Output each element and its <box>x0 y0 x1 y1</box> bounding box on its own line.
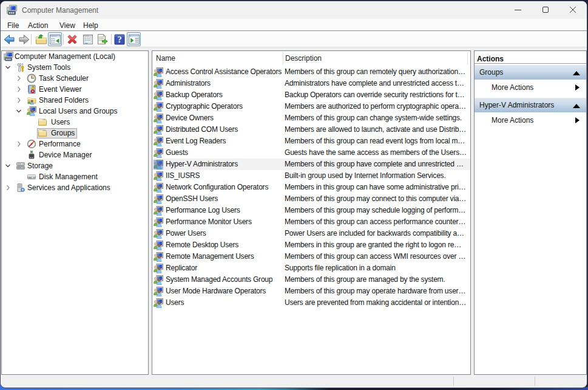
svg-text:?: ? <box>117 35 121 44</box>
